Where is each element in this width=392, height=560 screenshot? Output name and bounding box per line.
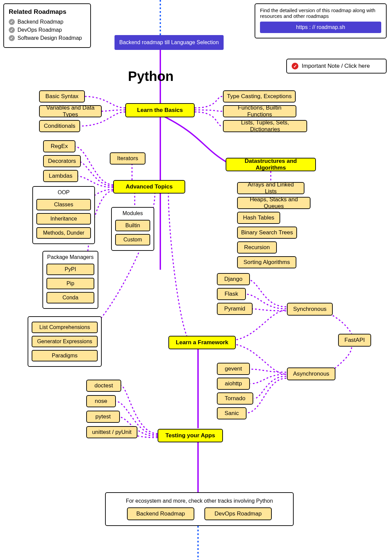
learn-basics-label: Learn the Basics <box>137 107 183 114</box>
footer-devops-link[interactable]: DevOps Roadmap <box>204 507 272 520</box>
topic-flask[interactable]: Flask <box>217 288 246 300</box>
topic-gevent[interactable]: gevent <box>217 363 250 375</box>
oop-title: OOP <box>36 189 91 196</box>
topic-builtin[interactable]: Builtin <box>115 220 150 231</box>
info-text: Find the detailed version of this roadma… <box>260 7 381 19</box>
topic-doctest[interactable]: doctest <box>86 380 121 392</box>
check-icon: ✓ <box>9 35 15 41</box>
topic-recursion[interactable]: Recursion <box>237 241 277 254</box>
topic-synchronous[interactable]: Synchronous <box>287 303 333 316</box>
topic-typecasting[interactable]: Type Casting, Exceptions <box>223 90 296 102</box>
topic-tornado[interactable]: Tornado <box>217 392 253 405</box>
topic-classes[interactable]: Classes <box>36 199 91 210</box>
pkgmgr-group: Package Managers PyPI Pip Conda <box>42 251 98 309</box>
topic-hashtables[interactable]: Hash Tables <box>237 212 280 224</box>
footer-box: For ecosystem and more, check other trac… <box>105 492 294 526</box>
topic-sorting[interactable]: Sorting Algorithms <box>237 256 296 268</box>
topic-aiohttp[interactable]: aiohttp <box>217 378 250 390</box>
topic-lambdas[interactable]: Lambdas <box>43 170 78 182</box>
topic-variables[interactable]: Variables and Data Types <box>39 105 102 117</box>
learn-basics-node[interactable]: Learn the Basics <box>125 103 195 117</box>
important-note-box[interactable]: ✓ Important Note / Click here <box>286 59 387 73</box>
pkgmgr-title: Package Managers <box>46 254 94 260</box>
page-title: Python <box>128 69 174 84</box>
related-roadmaps-box: Related Roadmaps ✓ Backend Roadmap ✓ Dev… <box>3 3 91 48</box>
related-label: Backend Roadmap <box>18 19 63 25</box>
related-item[interactable]: ✓ Software Design Roadmap <box>9 35 86 41</box>
topic-decorators[interactable]: Decorators <box>43 155 81 167</box>
topic-bst[interactable]: Binary Search Trees <box>237 227 297 239</box>
related-label: Software Design Roadmap <box>18 35 82 41</box>
dsa-node[interactable]: Datastructures and Algorithms <box>226 158 316 171</box>
topic-pip[interactable]: Pip <box>46 278 94 289</box>
advanced-node[interactable]: Advanced Topics <box>113 180 185 194</box>
footer-backend-link[interactable]: Backend Roadmap <box>127 507 194 520</box>
topic-paradigms[interactable]: Paradigms <box>32 350 98 361</box>
testing-node[interactable]: Testing your Apps <box>158 429 223 442</box>
topic-basic-syntax[interactable]: Basic Syntax <box>39 90 85 102</box>
topic-fastapi[interactable]: FastAPI <box>338 334 371 347</box>
backend-roadmap-label: Backend roadmap till Language Selection <box>119 39 219 46</box>
topic-listcomp[interactable]: List Comprehensions <box>32 322 98 333</box>
topic-methods[interactable]: Methods, Dunder <box>36 227 91 239</box>
oop-group: OOP Classes Inheritance Methods, Dunder <box>32 186 95 244</box>
topic-genexpr[interactable]: Generator Expressions <box>32 336 98 347</box>
topic-iterators[interactable]: Iterators <box>110 152 145 165</box>
modules-title: Modules <box>115 210 150 216</box>
check-icon: ✓ <box>292 63 298 69</box>
roadmap-link-label: https : // roadmap.sh <box>296 24 345 30</box>
check-icon: ✓ <box>9 19 15 25</box>
related-label: DevOps Roadmap <box>18 27 62 33</box>
check-icon: ✓ <box>9 27 15 33</box>
topic-regex[interactable]: RegEx <box>43 140 75 152</box>
framework-node[interactable]: Learn a Framework <box>168 336 236 349</box>
footer-text: For ecosystem and more, check other trac… <box>126 498 273 504</box>
important-note-label: Important Note / Click here <box>302 63 370 69</box>
related-title: Related Roadmaps <box>9 8 86 16</box>
backend-roadmap-link[interactable]: Backend roadmap till Language Selection <box>115 35 224 50</box>
topic-inheritance[interactable]: Inheritance <box>36 213 91 225</box>
topic-unittest[interactable]: unittest / pyUnit <box>86 426 137 438</box>
roadmap-link-button[interactable]: https : // roadmap.sh <box>260 22 381 33</box>
topic-pytest[interactable]: pytest <box>86 411 120 423</box>
topic-asynchronous[interactable]: Asynchronous <box>287 367 335 380</box>
topic-django[interactable]: Django <box>217 273 250 285</box>
info-box: Find the detailed version of this roadma… <box>255 3 387 38</box>
topic-nose[interactable]: nose <box>86 395 116 407</box>
related-item[interactable]: ✓ DevOps Roadmap <box>9 27 86 33</box>
modules-group: Modules Builtin Custom <box>111 207 154 251</box>
topic-conda[interactable]: Conda <box>46 292 94 303</box>
topic-functions[interactable]: Functions, Builtin Functions <box>223 105 296 117</box>
topic-sanic[interactable]: Sanic <box>217 407 247 419</box>
topic-heaps[interactable]: Heaps, Stacks and Queues <box>237 197 311 209</box>
topic-pyramid[interactable]: Pyramid <box>217 303 253 315</box>
extras-group: List Comprehensions Generator Expression… <box>28 316 102 367</box>
topic-custom[interactable]: Custom <box>115 234 150 245</box>
topic-conditionals[interactable]: Conditionals <box>39 120 80 132</box>
topic-pypi[interactable]: PyPI <box>46 264 94 275</box>
topic-collections[interactable]: Lists, Tuples, Sets, Dictionaries <box>223 120 307 132</box>
related-item[interactable]: ✓ Backend Roadmap <box>9 19 86 25</box>
topic-arrays[interactable]: Arrays and Linked Lists <box>237 182 304 194</box>
